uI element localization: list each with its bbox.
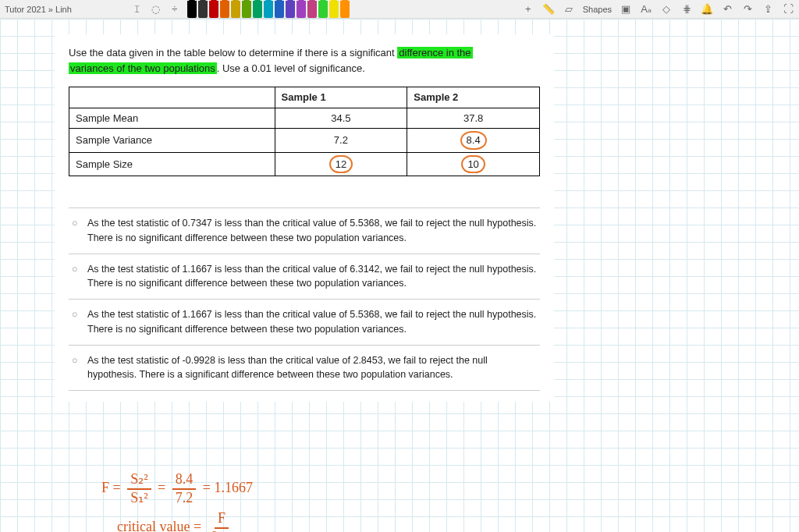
- fullscreen-icon[interactable]: ⛶: [782, 3, 794, 16]
- data-table: Sample 1Sample 2 Sample Mean34.537.8Samp…: [69, 87, 540, 176]
- add-icon[interactable]: +: [522, 3, 534, 16]
- grid-icon[interactable]: ⋕: [680, 3, 693, 16]
- table-row: Sample Mean34.537.8: [69, 108, 540, 129]
- table-header: Sample 2: [407, 87, 540, 108]
- question-post: . Use a 0.01 level of significance.: [217, 62, 365, 74]
- toolbar: Tutor 2021 » Linh 𝙸 ◌ ÷ + 📏 ▱ Shapes ▣ A…: [0, 0, 799, 19]
- crop-icon[interactable]: ▣: [620, 3, 632, 16]
- share-icon[interactable]: ⇪: [762, 3, 774, 16]
- table-header: Sample 1: [275, 87, 407, 108]
- pen-color-9[interactable]: [286, 1, 295, 18]
- pen-color-13[interactable]: [329, 1, 339, 18]
- answer-option-2[interactable]: As the test statistic of 1.1667 is less …: [69, 299, 540, 345]
- highlight-2: variances of the two populations: [69, 62, 217, 74]
- shapes-label[interactable]: Shapes: [583, 5, 612, 14]
- ruler-icon[interactable]: 📏: [542, 3, 555, 16]
- pen-color-1[interactable]: [198, 1, 208, 18]
- bell-icon[interactable]: 🔔: [701, 3, 713, 16]
- text-box-icon[interactable]: Aₐ: [640, 3, 652, 16]
- handwritten-formula-1: F = S₂²S₁² = 8.47.2 = 1.1667: [101, 471, 253, 506]
- pen-color-4[interactable]: [231, 1, 240, 18]
- worksheet: Use the data given in the table below to…: [55, 34, 554, 402]
- answer-option-0[interactable]: As the test statistic of 0.7347 is less …: [69, 207, 540, 254]
- question-pre: Use the data given in the table below to…: [69, 47, 397, 59]
- question-text: Use the data given in the table below to…: [69, 45, 540, 76]
- text-tool-icon[interactable]: 𝙸: [131, 3, 144, 16]
- pen-color-3[interactable]: [220, 1, 229, 18]
- add-tool-icon[interactable]: ÷: [169, 3, 181, 16]
- undo-icon[interactable]: ↶: [721, 3, 733, 16]
- pen-color-7[interactable]: [264, 1, 273, 18]
- pen-color-11[interactable]: [307, 1, 317, 18]
- answer-option-1[interactable]: As the test statistic of 1.1667 is less …: [69, 254, 540, 300]
- shapes-icon[interactable]: ▱: [563, 3, 575, 16]
- pen-color-8[interactable]: [275, 1, 284, 18]
- pen-palette: [187, 1, 350, 18]
- answer-option-3[interactable]: As the test statistic of -0.9928 is less…: [69, 345, 540, 392]
- answer-options: As the test statistic of 0.7347 is less …: [69, 207, 540, 391]
- pen-color-12[interactable]: [318, 1, 328, 18]
- redo-icon[interactable]: ↷: [741, 3, 754, 16]
- highlight-1: difference in the: [397, 47, 472, 59]
- breadcrumb: Tutor 2021 » Linh: [5, 5, 72, 14]
- lasso-icon[interactable]: ◌: [150, 3, 162, 16]
- table-row: Sample Variance7.28.4: [69, 129, 540, 153]
- pen-color-14[interactable]: [340, 1, 350, 18]
- pen-color-10[interactable]: [297, 1, 306, 18]
- eraser-icon[interactable]: ◇: [660, 3, 673, 16]
- table-header: [69, 87, 275, 108]
- canvas[interactable]: Use the data given in the table below to…: [0, 19, 799, 532]
- handwritten-formula-2: critical value = F9, ･: [117, 510, 239, 532]
- pen-color-5[interactable]: [242, 1, 251, 18]
- table-row: Sample Size1210: [69, 152, 540, 176]
- pen-color-2[interactable]: [209, 1, 218, 18]
- pen-color-0[interactable]: [187, 1, 197, 18]
- pen-color-6[interactable]: [253, 1, 262, 18]
